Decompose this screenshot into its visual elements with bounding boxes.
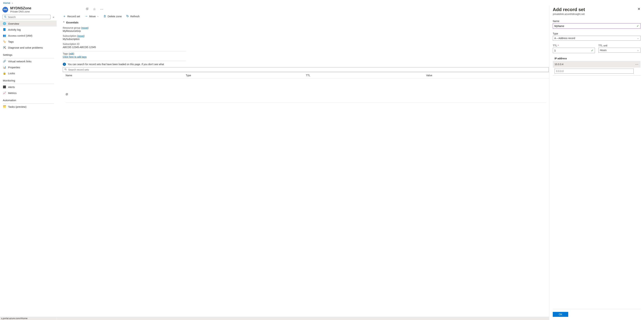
add-record-set-button[interactable]: ＋ Record set xyxy=(63,14,80,18)
cmd-label: Move xyxy=(89,15,96,18)
ip-address-value: 10.0.0.4 xyxy=(554,63,564,66)
ttl-field-label: TTL * xyxy=(553,44,595,47)
globe-icon: 🌐 xyxy=(3,22,6,25)
name-field[interactable]: ✓ xyxy=(553,23,640,29)
ttl-field[interactable]: ✓ xyxy=(553,48,595,53)
log-icon: 📘 xyxy=(3,28,6,31)
add-record-panel: Add record set privatelink.azurehdinsigh… xyxy=(549,6,644,320)
resource-kind: Private DNS zone xyxy=(10,10,31,13)
sidebar-item-vnet-links[interactable]: 🔗 Virtual network links xyxy=(0,58,56,64)
plus-icon: ＋ xyxy=(63,14,66,18)
sidebar-item-label: Properties xyxy=(8,66,20,69)
sidebar-item-label: Activity log xyxy=(8,28,21,31)
type-select[interactable]: A – Address record ⌄ xyxy=(553,36,640,41)
chevron-down-icon: ⌄ xyxy=(637,49,639,51)
chevron-right-icon: › xyxy=(11,2,14,5)
lock-icon: 🔒 xyxy=(3,72,6,75)
more-icon[interactable]: ⋯ xyxy=(635,62,639,66)
tags-edit-link[interactable]: edit xyxy=(70,52,74,55)
sidebar-item-tasks[interactable]: 🗂️ Tasks (preview) xyxy=(0,104,56,110)
sidebar-item-tags[interactable]: 🏷️ Tags xyxy=(0,39,56,45)
ip-address-header: IP address xyxy=(553,57,640,60)
svg-point-0 xyxy=(4,16,6,17)
breadcrumb-home[interactable]: Home xyxy=(3,2,10,5)
alert-icon: ⬛ xyxy=(3,85,6,89)
sidebar-item-iam[interactable]: 👥 Access control (IAM) xyxy=(0,33,56,39)
table-row[interactable]: @ xyxy=(66,93,546,96)
record-search-input[interactable] xyxy=(68,68,547,71)
arrow-right-icon: → xyxy=(85,15,88,18)
resource-group-label: Resource group xyxy=(63,27,80,29)
sidebar-item-label: Alerts xyxy=(8,86,15,89)
ttl-unit-label: TTL unit xyxy=(598,44,641,47)
cmd-label: Record set xyxy=(67,15,80,18)
essentials-toggle[interactable]: ⌃ Essentials xyxy=(63,20,549,24)
delete-zone-button[interactable]: Delete zone xyxy=(104,14,122,18)
ip-address-row[interactable]: 10.0.0.4 ⋯ xyxy=(553,61,640,68)
refresh-icon: ↻ xyxy=(126,14,129,18)
move-button[interactable]: → Move ⌄ xyxy=(85,14,99,18)
sidebar-item-metrics[interactable]: 📈 Metrics xyxy=(0,90,56,96)
svg-line-1 xyxy=(6,17,6,18)
col-ttl[interactable]: TTL xyxy=(306,74,426,77)
record-table: Name Type TTL Value @ xyxy=(63,72,549,106)
ttl-unit-value: Hours xyxy=(600,49,606,52)
resource-name: MYDNSZone xyxy=(10,6,31,10)
info-banner: i You can search for record sets that ha… xyxy=(63,61,549,67)
sidebar-item-diagnose[interactable]: 🛠️ Diagnose and solve problems xyxy=(0,45,56,51)
detail-pane: ☆ ⋯ ＋ Record set → Move ⌄ xyxy=(56,6,549,320)
subscription-label: Subscription xyxy=(63,35,76,37)
close-icon[interactable]: ✕ xyxy=(638,7,640,11)
subscription-id-label: Subscription ID xyxy=(63,43,186,46)
sidebar-item-activity-log[interactable]: 📘 Activity log xyxy=(0,27,56,33)
sidebar-item-label: Diagnose and solve problems xyxy=(8,46,43,49)
search-icon xyxy=(64,68,67,71)
pin-icon[interactable] xyxy=(86,7,89,11)
subscription-id-value: ABCDE-12345-ABCDE-12345 xyxy=(63,46,186,49)
col-type[interactable]: Type xyxy=(186,74,306,77)
command-bar: ＋ Record set → Move ⌄ Delete zone ↻ Refr… xyxy=(63,13,549,20)
ok-button[interactable]: OK xyxy=(553,312,568,317)
add-tags-link[interactable]: Click here to add tags xyxy=(63,56,86,58)
cmd-label: Delete zone xyxy=(108,15,122,18)
tags-label: Tags xyxy=(63,52,68,55)
ttl-input[interactable] xyxy=(554,49,591,52)
resource-header: DNS MYDNSZone Private DNS zone xyxy=(0,6,56,15)
divider xyxy=(66,103,546,103)
record-search[interactable] xyxy=(63,67,549,72)
collapse-sidebar-icon[interactable]: « xyxy=(53,16,54,19)
tag-icon: 🏷️ xyxy=(3,40,6,43)
subscription-value: MySubscription xyxy=(63,37,186,41)
sidebar-item-label: Locks xyxy=(8,72,15,75)
sidebar-search[interactable] xyxy=(2,15,51,19)
subscription-move-link[interactable]: move xyxy=(78,35,84,37)
sidebar-item-properties[interactable]: 📊 Properties xyxy=(0,64,56,70)
col-name[interactable]: Name xyxy=(66,74,186,77)
sidebar-item-label: Overview xyxy=(8,22,19,25)
essentials-header: Essentials xyxy=(66,21,78,24)
more-icon[interactable]: ⋯ xyxy=(100,7,103,11)
svg-point-6 xyxy=(65,69,66,70)
metrics-icon: 📈 xyxy=(3,91,6,95)
sidebar-item-label: Tasks (preview) xyxy=(8,105,26,108)
ip-address-input-wrap[interactable] xyxy=(554,69,634,74)
type-value: A – Address record xyxy=(554,37,575,40)
sidebar-item-alerts[interactable]: ⬛ Alerts xyxy=(0,84,56,90)
svg-line-7 xyxy=(66,70,67,70)
info-icon: i xyxy=(63,63,66,66)
essentials-section: Resource group (move) MyResourceGrp Subs… xyxy=(63,24,186,61)
sidebar-item-locks[interactable]: 🔒 Locks xyxy=(0,70,56,76)
checkmark-icon: ✓ xyxy=(591,49,593,52)
name-input[interactable] xyxy=(554,25,636,28)
sidebar-item-overview[interactable]: 🌐 Overview xyxy=(0,21,56,27)
sidebar-search-input[interactable] xyxy=(8,16,49,19)
wrench-icon: 🛠️ xyxy=(3,46,6,49)
sidebar-item-label: Access control (IAM) xyxy=(8,34,32,37)
cmd-label: Refresh xyxy=(130,15,140,18)
favorite-icon[interactable]: ☆ xyxy=(93,7,96,11)
ip-address-input[interactable] xyxy=(556,70,632,73)
col-value[interactable]: Value xyxy=(426,74,546,77)
resource-group-move-link[interactable]: move xyxy=(82,27,88,29)
ttl-unit-select[interactable]: Hours ⌄ xyxy=(598,48,641,53)
refresh-button[interactable]: ↻ Refresh xyxy=(126,14,140,18)
